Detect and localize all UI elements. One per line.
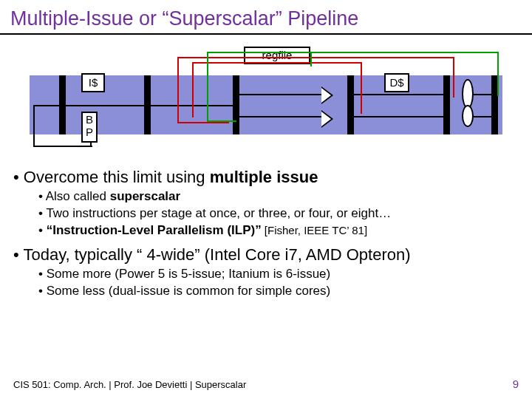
wire [239, 116, 321, 117]
wire-writeback [497, 52, 499, 96]
wire-writeback [207, 52, 208, 122]
wire-writeback [310, 52, 312, 66]
slide-footer: CIS 501: Comp. Arch. | Prof. Joe Deviett… [13, 379, 519, 390]
wire-writeback [207, 52, 499, 53]
wire-bypass [177, 122, 229, 123]
wire [33, 105, 35, 147]
bullet-level2: Some less (dual-issue is common for simp… [38, 284, 519, 299]
wire-bypass [177, 57, 179, 123]
wire [474, 94, 491, 95]
icache-box: I$ [81, 73, 105, 92]
page-number: 9 [513, 378, 519, 390]
alu-icon [321, 86, 333, 104]
wire-bypass [177, 57, 454, 58]
wire-writeback [207, 120, 236, 122]
footer-text: CIS 501: Comp. Arch. | Prof. Joe Deviett… [13, 379, 246, 390]
wire [33, 105, 59, 106]
wire-bypass [192, 62, 194, 117]
text: Also called [46, 189, 110, 203]
bp-label-b: B [86, 113, 93, 126]
bullet-level2: Some more (Power 5 is 5-issue; Itanium i… [38, 267, 519, 282]
bullet-level2: “Instruction-Level Parallelism (ILP)” [F… [38, 223, 519, 238]
text-bold: multiple issue [210, 168, 318, 186]
bullet-level1: Today, typically “ 4-wide” (Intel Core i… [13, 245, 519, 299]
pipe-latch [144, 75, 151, 134]
mux-icon [462, 105, 474, 127]
pipe-latch [59, 75, 66, 134]
wire [474, 116, 491, 117]
text-bold: “Instruction-Level Parallelism (ILP)” [47, 223, 262, 237]
wire [239, 94, 321, 95]
wire-bypass [361, 62, 362, 114]
pipeline-diagram: regfile I$ B P D$ [30, 42, 502, 153]
mux-icon [462, 79, 474, 109]
bullet-level2: Two instructions per stage at once, or t… [38, 206, 519, 221]
text-bold: superscalar [110, 189, 180, 203]
bullet-level2: Also called superscalar [38, 189, 519, 204]
bp-label-p: P [86, 126, 93, 138]
wire [66, 105, 144, 106]
dcache-box: D$ [384, 73, 409, 92]
alu-icon [321, 110, 333, 128]
text: Today, typically “ 4-wide” (Intel Core i… [23, 245, 410, 264]
slide-body: Overcome this limit using multiple issue… [0, 168, 532, 299]
wire-bypass [453, 57, 454, 98]
wire [90, 143, 92, 147]
wire [33, 146, 92, 147]
bullet-level1: Overcome this limit using multiple issue… [13, 168, 519, 238]
wire [354, 116, 443, 117]
text: Overcome this limit using [24, 168, 210, 186]
pipe-latch [233, 75, 239, 134]
pipe-latch [443, 75, 450, 134]
branch-predictor-box: B P [81, 112, 98, 143]
citation: [Fisher, IEEE TC’ 81] [262, 224, 367, 236]
slide-title: Multiple-Issue or “Superscalar” Pipeline [0, 0, 532, 35]
wire [354, 94, 443, 95]
wire-bypass [192, 62, 362, 64]
pipe-latch [347, 75, 354, 134]
